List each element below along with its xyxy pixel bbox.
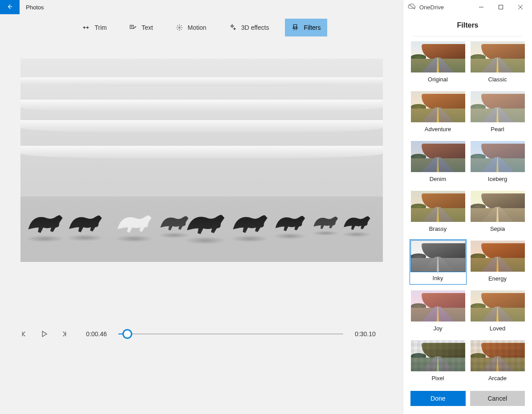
- filter-iceberg[interactable]: Iceberg: [471, 141, 525, 184]
- filter-joy[interactable]: Joy: [411, 290, 465, 333]
- svg-rect-14: [499, 5, 503, 9]
- filter-pearl[interactable]: Pearl: [471, 91, 525, 134]
- play-button[interactable]: [40, 330, 48, 338]
- back-button[interactable]: [0, 0, 20, 14]
- tool-trim-label: Trim: [94, 24, 106, 31]
- filter-sepia[interactable]: Sepia: [471, 191, 525, 233]
- tool-trim[interactable]: Trim: [76, 19, 113, 36]
- filter-label: Loved: [490, 322, 505, 333]
- onedrive-label: OneDrive: [419, 4, 444, 11]
- filters-scroll[interactable]: OriginalClassicAdventurePearlDenimIceber…: [403, 37, 532, 386]
- tool-motion[interactable]: Motion: [169, 19, 213, 36]
- editor-toolbar: Trim Text Motion 3D effects Filters: [0, 14, 403, 41]
- tool-motion-label: Motion: [188, 24, 207, 31]
- frame-forward-button[interactable]: [60, 330, 68, 338]
- app-main: Photos Trim Text Motion 3D effects Filte…: [0, 0, 403, 414]
- tool-text-label: Text: [142, 24, 153, 31]
- filter-classic[interactable]: Classic: [471, 41, 525, 84]
- timeline-controls: 0:00.46 0:30.10: [0, 324, 403, 344]
- filter-label: Classic: [488, 72, 507, 84]
- window-close-button[interactable]: [511, 1, 530, 13]
- cloud-off-icon: [408, 4, 416, 11]
- filters-side-pane: OneDrive Filters OriginalClassicAdventur…: [403, 0, 532, 414]
- filters-panel-title: Filters: [403, 14, 532, 37]
- tool-text[interactable]: Text: [123, 19, 159, 36]
- tool-3d-label: 3D effects: [241, 24, 269, 31]
- done-button[interactable]: Done: [410, 391, 466, 406]
- filter-label: Denim: [430, 172, 447, 184]
- frame-back-button[interactable]: [20, 330, 28, 338]
- filter-original[interactable]: Original: [411, 41, 465, 84]
- filter-pixel[interactable]: Pixel: [411, 340, 465, 383]
- svg-point-7: [179, 27, 180, 28]
- filter-label: Iceberg: [488, 172, 507, 184]
- tool-filters-label: Filters: [304, 24, 321, 31]
- filter-label: Brassy: [429, 222, 447, 233]
- window-minimize-button[interactable]: [471, 1, 491, 13]
- filter-label: Arcade: [488, 371, 507, 383]
- video-stage: [20, 59, 383, 262]
- filter-brassy[interactable]: Brassy: [411, 191, 465, 233]
- time-current: 0:00.46: [79, 330, 107, 338]
- filter-arcade[interactable]: Arcade: [471, 340, 525, 383]
- filter-label: Energy: [488, 272, 507, 283]
- time-duration: 0:30.10: [355, 330, 382, 338]
- tool-filters[interactable]: Filters: [285, 19, 327, 36]
- side-titlebar: OneDrive: [403, 0, 532, 14]
- titlebar: Photos: [0, 0, 403, 14]
- text-icon: [129, 24, 137, 32]
- filter-inky[interactable]: Inky: [411, 241, 465, 283]
- window-maximize-button[interactable]: [491, 1, 511, 13]
- filter-label: Sepia: [490, 222, 505, 233]
- filter-label: Joy: [433, 322, 442, 333]
- arrow-left-icon: [6, 3, 13, 12]
- filter-label: Pixel: [431, 371, 444, 383]
- trim-icon: [82, 24, 90, 32]
- svg-marker-10: [42, 331, 47, 337]
- filters-icon: [291, 24, 299, 32]
- motion-icon: [175, 24, 183, 32]
- timeline-slider[interactable]: [118, 326, 343, 342]
- filter-energy[interactable]: Energy: [471, 241, 525, 283]
- filter-label: Adventure: [425, 122, 451, 134]
- cancel-button[interactable]: Cancel: [470, 391, 525, 406]
- video-frame[interactable]: [20, 59, 383, 262]
- filter-label: Pearl: [491, 122, 504, 134]
- filter-loved[interactable]: Loved: [471, 290, 525, 333]
- filter-label: Original: [428, 72, 448, 84]
- filter-adventure[interactable]: Adventure: [411, 91, 465, 134]
- filter-denim[interactable]: Denim: [411, 141, 465, 184]
- svg-rect-8: [294, 24, 297, 27]
- filter-label: Inky: [433, 272, 443, 283]
- app-title: Photos: [20, 4, 44, 11]
- panel-buttons: Done Cancel: [403, 386, 532, 414]
- tool-3d-effects[interactable]: 3D effects: [223, 19, 276, 36]
- sparkle-icon: [229, 24, 237, 32]
